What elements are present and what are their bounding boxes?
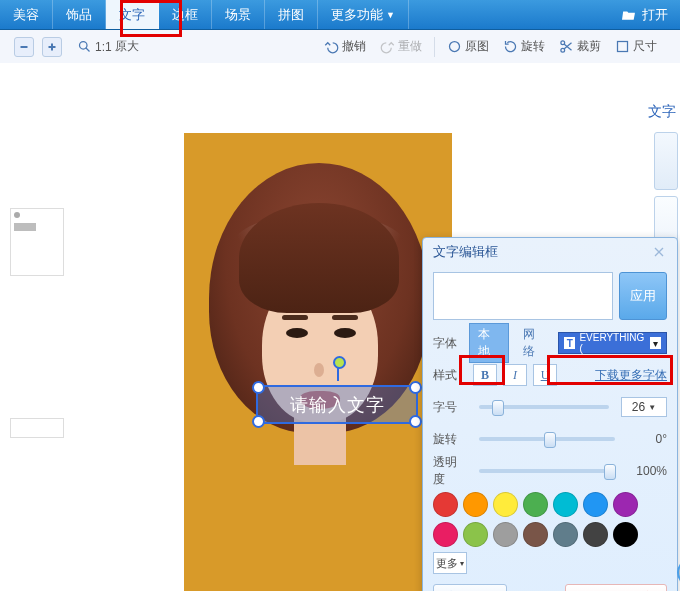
zoom-actual-button[interactable]: 1:1 原大	[77, 38, 139, 55]
zoom-in-button[interactable]	[42, 37, 62, 57]
size-label: 字号	[433, 399, 467, 416]
rotate-value: 0°	[627, 432, 667, 446]
color-swatch[interactable]	[523, 492, 548, 517]
rotate-icon	[503, 39, 518, 54]
color-swatch[interactable]	[613, 492, 638, 517]
redo-icon	[380, 39, 395, 54]
opacity-value: 100%	[627, 464, 667, 478]
font-select[interactable]: T EVERYTHING ( ▾	[558, 332, 667, 354]
font-source-local[interactable]: 本地	[469, 323, 508, 363]
text-edit-dialog: 文字编辑框 应用 字体 本地 网络 T EVERYTHING ( ▾ 样式 B	[422, 237, 678, 591]
undo-icon	[324, 39, 339, 54]
color-swatch[interactable]	[583, 522, 608, 547]
zoom-original-label: 原大	[115, 38, 139, 55]
redo-button[interactable]: 重做	[380, 38, 422, 55]
rotate-slider[interactable]	[479, 437, 615, 441]
chevron-down-icon: ▾	[650, 337, 661, 349]
italic-button[interactable]: I	[503, 364, 527, 386]
resize-handle-tr[interactable]	[409, 381, 422, 394]
menu-tab-text[interactable]: 文字	[106, 0, 159, 29]
color-swatch[interactable]	[433, 522, 458, 547]
opacity-slider[interactable]	[479, 469, 615, 473]
color-swatch[interactable]	[463, 492, 488, 517]
more-colors-button[interactable]: 更多▾	[433, 552, 467, 574]
thumbnail-panel-2[interactable]	[10, 418, 64, 438]
color-swatch[interactable]	[553, 522, 578, 547]
dialog-title: 文字编辑框	[433, 243, 498, 261]
bold-button[interactable]: B	[473, 364, 497, 386]
svg-line-2	[86, 48, 90, 52]
underline-button[interactable]: U	[533, 364, 557, 386]
svg-rect-6	[618, 42, 628, 52]
resize-handle-bl[interactable]	[252, 415, 265, 428]
rotate-button[interactable]: 旋转	[503, 38, 545, 55]
folder-open-icon	[621, 8, 637, 22]
color-swatch[interactable]	[463, 522, 488, 547]
color-swatch[interactable]	[493, 492, 518, 517]
menu-tab-scene[interactable]: 场景	[212, 0, 265, 29]
right-label-text: 文字	[648, 103, 676, 121]
minus-icon	[18, 41, 30, 53]
text-input[interactable]	[433, 272, 613, 320]
color-swatches: 更多▾	[433, 492, 667, 574]
svg-point-3	[450, 42, 460, 52]
right-side-tabs	[652, 126, 680, 236]
color-swatch[interactable]	[613, 522, 638, 547]
menu-tab-collage[interactable]: 拼图	[265, 0, 318, 29]
undo-button[interactable]: 撤销	[324, 38, 366, 55]
resize-handle-tl[interactable]	[252, 381, 265, 394]
right-tab-1[interactable]	[654, 132, 678, 190]
delete-text-button[interactable]: 删除本文字	[565, 584, 667, 591]
color-swatch[interactable]	[583, 492, 608, 517]
font-label: 字体	[433, 335, 463, 352]
menu-tab-decor[interactable]: 饰品	[53, 0, 106, 29]
advanced-button[interactable]: 高级设置	[433, 584, 507, 591]
chevron-down-icon: ▼	[648, 403, 656, 412]
color-swatch[interactable]	[523, 522, 548, 547]
workspace: 请输入文字 文字 文字编辑框 应用 字体 本地 网络 T	[0, 63, 680, 591]
open-button[interactable]: 打开	[609, 0, 680, 29]
original-icon	[447, 39, 462, 54]
download-fonts-link[interactable]: 下载更多字体	[595, 367, 667, 384]
resize-handle-br[interactable]	[409, 415, 422, 428]
text-glyph-icon: T	[564, 337, 575, 349]
text-placeholder: 请输入文字	[290, 393, 385, 417]
original-image-button[interactable]: 原图	[447, 38, 489, 55]
svg-rect-0	[21, 46, 28, 48]
color-swatch[interactable]	[553, 492, 578, 517]
size-slider[interactable]	[479, 405, 609, 409]
magnifier-icon	[77, 39, 92, 54]
rotate-handle[interactable]	[337, 365, 339, 381]
thumbnail-panel[interactable]	[10, 208, 64, 276]
plus-icon	[46, 41, 58, 53]
opacity-label: 透明度	[433, 454, 467, 488]
scissors-icon	[559, 39, 574, 54]
chevron-down-icon: ▼	[386, 10, 395, 20]
zoom-out-button[interactable]	[14, 37, 34, 57]
canvas[interactable]	[184, 133, 452, 591]
size-select[interactable]: 26▼	[621, 397, 667, 417]
toolbar: 1:1 原大 撤销 重做 原图 旋转 裁剪 尺寸	[0, 30, 680, 64]
size-button[interactable]: 尺寸	[615, 38, 657, 55]
font-source-online[interactable]: 网络	[515, 324, 552, 362]
menubar: 美容 饰品 文字 边框 场景 拼图 更多功能▼ 打开	[0, 0, 680, 30]
resize-icon	[615, 39, 630, 54]
text-selection-box[interactable]: 请输入文字	[256, 385, 418, 424]
menu-tab-more[interactable]: 更多功能▼	[318, 0, 409, 29]
menu-tab-border[interactable]: 边框	[159, 0, 212, 29]
color-swatch[interactable]	[433, 492, 458, 517]
zoom-ratio: 1:1	[95, 40, 112, 54]
apply-button[interactable]: 应用	[619, 272, 667, 320]
rotate-label: 旋转	[433, 431, 467, 448]
color-swatch[interactable]	[493, 522, 518, 547]
crop-button[interactable]: 裁剪	[559, 38, 601, 55]
menu-tab-beauty[interactable]: 美容	[0, 0, 53, 29]
close-icon[interactable]	[651, 244, 667, 260]
style-label: 样式	[433, 367, 467, 384]
font-selected-name: EVERYTHING (	[579, 332, 645, 354]
